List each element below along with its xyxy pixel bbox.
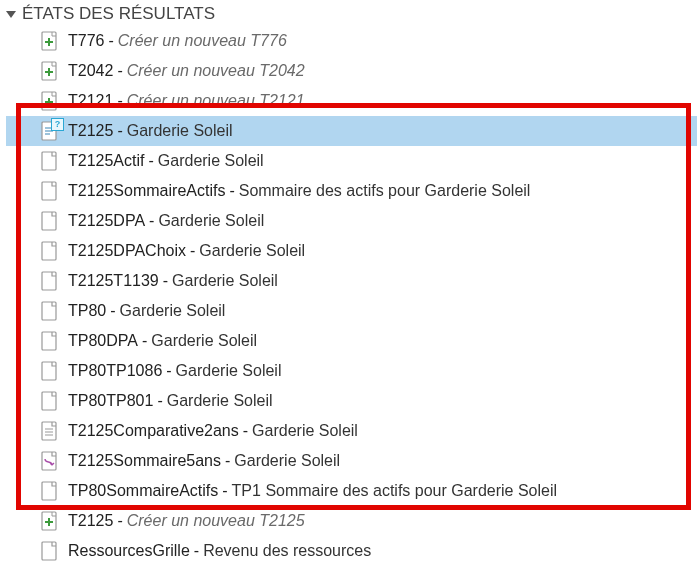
row-code: T2125T1139 [68, 272, 159, 290]
row-label: Garderie Soleil [199, 242, 305, 260]
svg-rect-26 [42, 452, 56, 470]
row-dash: - [166, 362, 171, 380]
svg-rect-15 [42, 212, 56, 230]
row-dash: - [149, 212, 154, 230]
row-dash: - [194, 542, 199, 560]
row-tp80tp801[interactable]: TP80TP801 - Garderie Soleil [6, 386, 697, 416]
row-label: Sommaire des actifs pour Garderie Soleil [239, 182, 531, 200]
svg-rect-31 [42, 542, 56, 560]
row-label: Garderie Soleil [151, 332, 257, 350]
row-t2042[interactable]: T2042 - Créer un nouveau T2042 [6, 56, 697, 86]
row-label: Garderie Soleil [234, 452, 340, 470]
row-code: T2121 [68, 92, 113, 110]
row-dash: - [117, 122, 122, 140]
row-t2125somm5[interactable]: T2125Sommaire5ans - Garderie Soleil [6, 446, 697, 476]
section-title: ÉTATS DES RÉSULTATS [22, 4, 215, 24]
svg-rect-14 [42, 182, 56, 200]
row-code: TP80DPA [68, 332, 138, 350]
row-dash: - [108, 32, 113, 50]
new-document-icon [40, 510, 58, 532]
row-label: Garderie Soleil [120, 302, 226, 320]
help-badge-icon: ? [51, 118, 64, 131]
row-label: Créer un nouveau T2121 [127, 92, 305, 110]
row-dash: - [117, 62, 122, 80]
row-dash: - [225, 452, 230, 470]
row-t776[interactable]: T776 - Créer un nouveau T776 [6, 26, 697, 56]
document-icon [40, 270, 58, 292]
row-code: TP80SommaireActifs [68, 482, 218, 500]
row-tp80[interactable]: TP80 - Garderie Soleil [6, 296, 697, 326]
svg-rect-20 [42, 362, 56, 380]
section-header[interactable]: ÉTATS DES RÉSULTATS [6, 4, 697, 24]
row-t2125dpachoix[interactable]: T2125DPAChoix - Garderie Soleil [6, 236, 697, 266]
document-icon [40, 360, 58, 382]
tree-rows: T776 - Créer un nouveau T776T2042 - Crée… [6, 26, 697, 566]
row-label: Créer un nouveau T776 [118, 32, 287, 50]
row-t2121[interactable]: T2121 - Créer un nouveau T2121 [6, 86, 697, 116]
svg-rect-22 [42, 422, 56, 440]
row-label: Garderie Soleil [167, 392, 273, 410]
document-icon [40, 300, 58, 322]
document-icon [40, 540, 58, 562]
row-label: Garderie Soleil [172, 272, 278, 290]
row-t2125-sel[interactable]: ?T2125 - Garderie Soleil [6, 116, 697, 146]
new-document-icon [40, 90, 58, 112]
row-label: Créer un nouveau T2125 [127, 512, 305, 530]
row-code: TP80TP801 [68, 392, 153, 410]
row-dash: - [110, 302, 115, 320]
svg-rect-17 [42, 272, 56, 290]
row-label: Garderie Soleil [127, 122, 233, 140]
document-lines-icon [40, 420, 58, 442]
row-t2125dpa[interactable]: T2125DPA - Garderie Soleil [6, 206, 697, 236]
row-code: T2125 [68, 512, 113, 530]
row-tp80sommactifs[interactable]: TP80SommaireActifs - TP1 Sommaire des ac… [6, 476, 697, 506]
row-dash: - [142, 332, 147, 350]
row-tp80dpa[interactable]: TP80DPA - Garderie Soleil [6, 326, 697, 356]
row-t2125t1139[interactable]: T2125T1139 - Garderie Soleil [6, 266, 697, 296]
row-dash: - [148, 152, 153, 170]
row-dash: - [163, 272, 168, 290]
new-document-icon [40, 60, 58, 82]
document-icon [40, 330, 58, 352]
row-code: T2125DPAChoix [68, 242, 186, 260]
svg-rect-27 [42, 482, 56, 500]
row-dash: - [190, 242, 195, 260]
row-code: TP80 [68, 302, 106, 320]
svg-rect-13 [42, 152, 56, 170]
row-label: TP1 Sommaire des actifs pour Garderie So… [232, 482, 557, 500]
document-icon [40, 180, 58, 202]
row-label: Créer un nouveau T2042 [127, 62, 305, 80]
document-icon [40, 240, 58, 262]
document-selected-icon: ? [40, 120, 58, 142]
row-t2125sommactifs[interactable]: T2125SommaireActifs - Sommaire des actif… [6, 176, 697, 206]
row-dash: - [117, 512, 122, 530]
row-label: Garderie Soleil [176, 362, 282, 380]
svg-rect-19 [42, 332, 56, 350]
row-label: Garderie Soleil [158, 152, 264, 170]
row-dash: - [117, 92, 122, 110]
row-tp80tp1086[interactable]: TP80TP1086 - Garderie Soleil [6, 356, 697, 386]
row-t2125actif[interactable]: T2125Actif - Garderie Soleil [6, 146, 697, 176]
svg-rect-21 [42, 392, 56, 410]
row-code: TP80TP1086 [68, 362, 162, 380]
new-document-icon [40, 30, 58, 52]
row-dash: - [243, 422, 248, 440]
row-ressgrille[interactable]: RessourcesGrille - Revenu des ressources [6, 536, 697, 566]
row-label: Revenu des ressources [203, 542, 371, 560]
row-code: T2042 [68, 62, 113, 80]
row-code: T2125Comparative2ans [68, 422, 239, 440]
collapse-arrow-icon[interactable] [6, 11, 16, 18]
row-code: T2125Actif [68, 152, 144, 170]
row-code: T2125Sommaire5ans [68, 452, 221, 470]
document-icon [40, 390, 58, 412]
document-arrow-icon [40, 450, 58, 472]
row-code: T2125 [68, 122, 113, 140]
document-icon [40, 210, 58, 232]
row-code: T2125SommaireActifs [68, 182, 225, 200]
row-t2125comp2[interactable]: T2125Comparative2ans - Garderie Soleil [6, 416, 697, 446]
svg-rect-18 [42, 302, 56, 320]
document-icon [40, 480, 58, 502]
row-dash: - [229, 182, 234, 200]
row-dash: - [222, 482, 227, 500]
row-t2125-new[interactable]: T2125 - Créer un nouveau T2125 [6, 506, 697, 536]
